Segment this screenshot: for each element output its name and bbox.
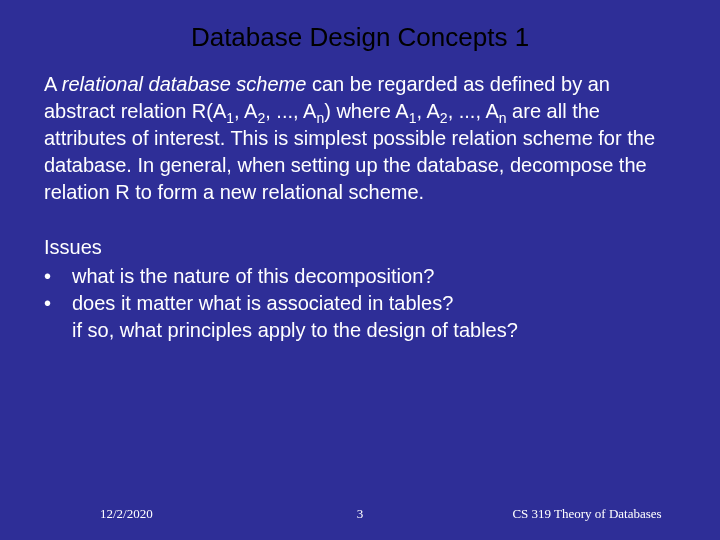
subscript-nb: n — [499, 110, 507, 126]
bullet-item-2: • does it matter what is associated in t… — [44, 290, 676, 317]
bullet-2-continuation: if so, what principles apply to the desi… — [44, 317, 676, 344]
slide-content: A relational database scheme can be rega… — [0, 71, 720, 344]
footer-page-number: 3 — [238, 506, 483, 522]
main-paragraph: A relational database scheme can be rega… — [44, 71, 676, 206]
text-seg5: , A — [416, 100, 439, 122]
bullet-text-1: what is the nature of this decomposition… — [72, 263, 676, 290]
text-seg2: , A — [234, 100, 257, 122]
text-prefix: A — [44, 73, 62, 95]
text-seg6: , ..., A — [448, 100, 499, 122]
bullet-item-1: • what is the nature of this decompositi… — [44, 263, 676, 290]
footer-course: CS 319 Theory of Databases — [482, 506, 720, 522]
text-seg3: , ..., A — [265, 100, 316, 122]
slide-footer: 12/2/2020 3 CS 319 Theory of Databases — [0, 506, 720, 522]
bullet-text-2: does it matter what is associated in tab… — [72, 290, 676, 317]
subscript-1a: 1 — [226, 110, 234, 126]
subscript-2b: 2 — [440, 110, 448, 126]
text-seg4: ) where A — [324, 100, 408, 122]
italic-term: relational database scheme — [62, 73, 307, 95]
issues-heading: Issues — [44, 234, 676, 261]
bullet-dot-icon: • — [44, 263, 72, 290]
footer-date: 12/2/2020 — [0, 506, 238, 522]
slide-title: Database Design Concepts 1 — [0, 0, 720, 71]
bullet-dot-icon: • — [44, 290, 72, 317]
